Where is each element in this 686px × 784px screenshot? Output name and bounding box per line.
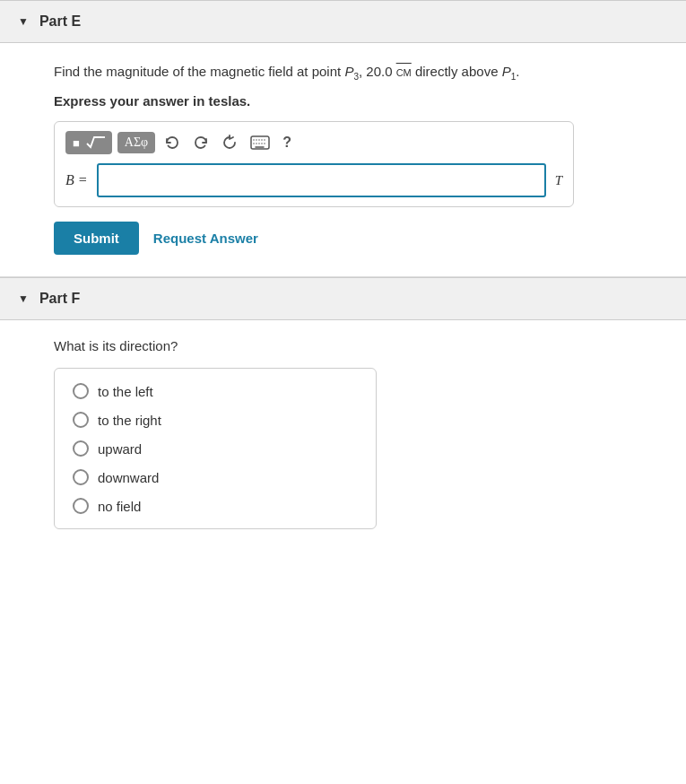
option-left[interactable]: to the left [73, 383, 358, 399]
radio-upward[interactable] [73, 440, 89, 457]
option-right[interactable]: to the right [73, 412, 358, 428]
option-no-field-label: no field [98, 499, 141, 514]
option-upward-label: upward [98, 441, 142, 457]
part-e-collapse-icon: ▼ [18, 15, 29, 28]
part-e-question: Find the magnitude of the magnetic field… [54, 61, 632, 84]
direction-options: to the left to the right upward downward… [54, 368, 377, 529]
keyboard-button[interactable] [247, 134, 274, 152]
square-icon: ■ [71, 136, 82, 150]
option-no-field[interactable]: no field [73, 498, 358, 514]
reset-button[interactable] [218, 133, 241, 152]
option-downward[interactable]: downward [73, 469, 358, 485]
sqrt-icon [83, 135, 107, 151]
help-button[interactable]: ? [279, 133, 295, 152]
submit-button[interactable]: Submit [54, 222, 139, 255]
request-answer-link[interactable]: Request Answer [153, 231, 258, 246]
part-f-header[interactable]: ▼ Part F [0, 277, 686, 320]
option-right-label: to the right [98, 413, 161, 428]
part-e-body: Find the magnitude of the magnetic field… [0, 43, 686, 276]
part-f-label: Part F [39, 291, 80, 307]
radio-right[interactable] [73, 412, 89, 428]
radio-left[interactable] [73, 383, 89, 399]
part-e-instruction: Express your answer in teslas. [54, 93, 632, 109]
option-downward-label: downward [98, 470, 159, 485]
math-answer-input[interactable] [97, 163, 546, 197]
math-input-label: B = [65, 172, 88, 188]
part-e-header[interactable]: ▼ Part E [0, 0, 686, 43]
math-toolbar: ■ ΑΣφ [65, 131, 562, 154]
part-e-actions: Submit Request Answer [54, 222, 632, 255]
part-f-collapse-icon: ▼ [18, 292, 29, 305]
radio-no-field[interactable] [73, 498, 89, 514]
redo-button[interactable] [189, 133, 213, 152]
radio-downward[interactable] [73, 469, 89, 485]
option-left-label: to the left [98, 384, 153, 399]
math-unit-label: T [555, 173, 562, 188]
part-f-body: What is its direction? to the left to th… [0, 320, 686, 556]
option-upward[interactable]: upward [73, 440, 358, 457]
undo-button[interactable] [161, 133, 184, 152]
part-f-question: What is its direction? [54, 338, 632, 353]
math-input-row: B = T [65, 163, 562, 197]
math-symbol-group2[interactable]: ΑΣφ [117, 132, 155, 153]
part-e-label: Part E [39, 13, 81, 30]
math-symbol-group1[interactable]: ■ [65, 131, 112, 154]
math-input-container: ■ ΑΣφ [54, 121, 574, 207]
